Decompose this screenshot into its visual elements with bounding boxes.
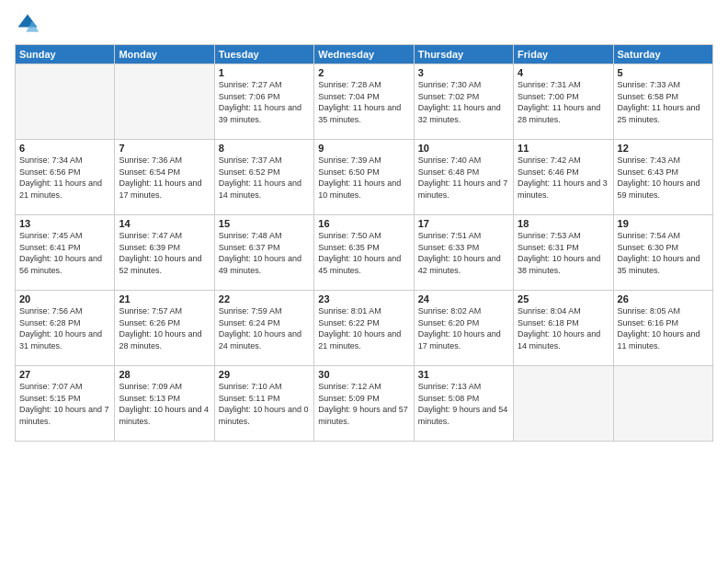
day-number: 19: [618, 218, 709, 229]
calendar-cell: 9Sunrise: 7:39 AM Sunset: 6:50 PM Daylig…: [314, 140, 414, 215]
calendar-cell: 21Sunrise: 7:57 AM Sunset: 6:26 PM Dayli…: [115, 291, 214, 366]
day-number: 22: [219, 293, 310, 304]
day-info: Sunrise: 7:33 AM Sunset: 6:58 PM Dayligh…: [618, 79, 709, 125]
day-info: Sunrise: 7:54 AM Sunset: 6:30 PM Dayligh…: [618, 230, 709, 276]
calendar-cell: 2Sunrise: 7:28 AM Sunset: 7:04 PM Daylig…: [314, 64, 414, 140]
day-info: Sunrise: 7:07 AM Sunset: 5:15 PM Dayligh…: [19, 381, 110, 427]
day-number: 20: [19, 293, 110, 304]
day-number: 14: [119, 218, 210, 229]
calendar-cell: 6Sunrise: 7:34 AM Sunset: 6:56 PM Daylig…: [16, 140, 115, 215]
day-number: 5: [618, 67, 709, 78]
day-number: 21: [119, 293, 210, 304]
day-info: Sunrise: 7:39 AM Sunset: 6:50 PM Dayligh…: [318, 155, 409, 201]
calendar-header-tuesday: Tuesday: [214, 45, 313, 64]
calendar-week-3: 20Sunrise: 7:56 AM Sunset: 6:28 PM Dayli…: [16, 291, 713, 366]
calendar-cell: 20Sunrise: 7:56 AM Sunset: 6:28 PM Dayli…: [16, 291, 115, 366]
day-info: Sunrise: 7:27 AM Sunset: 7:06 PM Dayligh…: [219, 79, 310, 125]
page: SundayMondayTuesdayWednesdayThursdayFrid…: [0, 0, 728, 563]
calendar-week-0: 1Sunrise: 7:27 AM Sunset: 7:06 PM Daylig…: [16, 64, 713, 140]
day-info: Sunrise: 7:56 AM Sunset: 6:28 PM Dayligh…: [19, 305, 110, 351]
day-number: 25: [518, 293, 609, 304]
calendar-header-sunday: Sunday: [16, 45, 115, 64]
calendar-cell: 3Sunrise: 7:30 AM Sunset: 7:02 PM Daylig…: [414, 64, 513, 140]
calendar-cell: 12Sunrise: 7:43 AM Sunset: 6:43 PM Dayli…: [613, 140, 712, 215]
day-info: Sunrise: 7:34 AM Sunset: 6:56 PM Dayligh…: [19, 155, 110, 201]
day-number: 23: [318, 293, 409, 304]
calendar-header-row: SundayMondayTuesdayWednesdayThursdayFrid…: [16, 45, 713, 64]
day-number: 13: [19, 218, 110, 229]
calendar-cell: [115, 64, 214, 140]
calendar-cell: 19Sunrise: 7:54 AM Sunset: 6:30 PM Dayli…: [613, 215, 712, 291]
calendar-cell: 23Sunrise: 8:01 AM Sunset: 6:22 PM Dayli…: [314, 291, 414, 366]
calendar-cell: 16Sunrise: 7:50 AM Sunset: 6:35 PM Dayli…: [314, 215, 414, 291]
day-info: Sunrise: 7:59 AM Sunset: 6:24 PM Dayligh…: [219, 305, 310, 351]
day-number: 2: [318, 67, 409, 78]
day-number: 17: [418, 218, 509, 229]
day-number: 11: [518, 143, 609, 154]
calendar-cell: 7Sunrise: 7:36 AM Sunset: 6:54 PM Daylig…: [115, 140, 214, 215]
calendar-header-saturday: Saturday: [613, 45, 712, 64]
calendar-cell: 8Sunrise: 7:37 AM Sunset: 6:52 PM Daylig…: [214, 140, 313, 215]
calendar-cell: 15Sunrise: 7:48 AM Sunset: 6:37 PM Dayli…: [214, 215, 313, 291]
day-info: Sunrise: 8:05 AM Sunset: 6:16 PM Dayligh…: [618, 305, 709, 351]
day-number: 18: [518, 218, 609, 229]
logo-icon: [15, 11, 40, 37]
calendar-cell: 31Sunrise: 7:13 AM Sunset: 5:08 PM Dayli…: [414, 366, 513, 442]
calendar-cell: 13Sunrise: 7:45 AM Sunset: 6:41 PM Dayli…: [16, 215, 115, 291]
calendar-cell: 1Sunrise: 7:27 AM Sunset: 7:06 PM Daylig…: [214, 64, 313, 140]
day-number: 27: [19, 369, 110, 380]
calendar-cell: [613, 366, 712, 442]
day-info: Sunrise: 8:01 AM Sunset: 6:22 PM Dayligh…: [318, 305, 409, 351]
day-number: 30: [318, 369, 409, 380]
day-number: 24: [418, 293, 509, 304]
day-info: Sunrise: 8:04 AM Sunset: 6:18 PM Dayligh…: [518, 305, 609, 351]
calendar-header-wednesday: Wednesday: [314, 45, 414, 64]
calendar-cell: [514, 366, 613, 442]
day-number: 28: [119, 369, 210, 380]
calendar-cell: 18Sunrise: 7:53 AM Sunset: 6:31 PM Dayli…: [514, 215, 613, 291]
day-info: Sunrise: 7:37 AM Sunset: 6:52 PM Dayligh…: [219, 155, 310, 201]
calendar-cell: 14Sunrise: 7:47 AM Sunset: 6:39 PM Dayli…: [115, 215, 214, 291]
day-info: Sunrise: 7:40 AM Sunset: 6:48 PM Dayligh…: [418, 155, 509, 201]
calendar-cell: 26Sunrise: 8:05 AM Sunset: 6:16 PM Dayli…: [613, 291, 712, 366]
day-info: Sunrise: 7:50 AM Sunset: 6:35 PM Dayligh…: [318, 230, 409, 276]
day-number: 26: [618, 293, 709, 304]
calendar-cell: 30Sunrise: 7:12 AM Sunset: 5:09 PM Dayli…: [314, 366, 414, 442]
calendar-header-friday: Friday: [514, 45, 613, 64]
day-number: 3: [418, 67, 509, 78]
day-number: 8: [219, 143, 310, 154]
calendar-cell: 11Sunrise: 7:42 AM Sunset: 6:46 PM Dayli…: [514, 140, 613, 215]
day-info: Sunrise: 7:43 AM Sunset: 6:43 PM Dayligh…: [618, 155, 709, 201]
day-number: 12: [618, 143, 709, 154]
day-info: Sunrise: 7:12 AM Sunset: 5:09 PM Dayligh…: [318, 381, 409, 427]
header: [15, 11, 713, 37]
day-number: 6: [19, 143, 110, 154]
logo: [15, 11, 44, 37]
calendar-week-2: 13Sunrise: 7:45 AM Sunset: 6:41 PM Dayli…: [16, 215, 713, 291]
day-info: Sunrise: 8:02 AM Sunset: 6:20 PM Dayligh…: [418, 305, 509, 351]
day-info: Sunrise: 7:09 AM Sunset: 5:13 PM Dayligh…: [119, 381, 210, 427]
calendar-cell: 25Sunrise: 8:04 AM Sunset: 6:18 PM Dayli…: [514, 291, 613, 366]
day-number: 4: [518, 67, 609, 78]
day-info: Sunrise: 7:13 AM Sunset: 5:08 PM Dayligh…: [418, 381, 509, 427]
calendar-cell: 17Sunrise: 7:51 AM Sunset: 6:33 PM Dayli…: [414, 215, 513, 291]
calendar-cell: 29Sunrise: 7:10 AM Sunset: 5:11 PM Dayli…: [214, 366, 313, 442]
calendar-header-thursday: Thursday: [414, 45, 513, 64]
day-info: Sunrise: 7:36 AM Sunset: 6:54 PM Dayligh…: [119, 155, 210, 201]
day-info: Sunrise: 7:47 AM Sunset: 6:39 PM Dayligh…: [119, 230, 210, 276]
day-info: Sunrise: 7:30 AM Sunset: 7:02 PM Dayligh…: [418, 79, 509, 125]
day-number: 7: [119, 143, 210, 154]
day-number: 29: [219, 369, 310, 380]
day-number: 31: [418, 369, 509, 380]
calendar: SundayMondayTuesdayWednesdayThursdayFrid…: [15, 44, 713, 442]
day-number: 16: [318, 218, 409, 229]
calendar-cell: 10Sunrise: 7:40 AM Sunset: 6:48 PM Dayli…: [414, 140, 513, 215]
day-number: 9: [318, 143, 409, 154]
day-info: Sunrise: 7:42 AM Sunset: 6:46 PM Dayligh…: [518, 155, 609, 201]
day-info: Sunrise: 7:53 AM Sunset: 6:31 PM Dayligh…: [518, 230, 609, 276]
day-number: 1: [219, 67, 310, 78]
calendar-cell: 24Sunrise: 8:02 AM Sunset: 6:20 PM Dayli…: [414, 291, 513, 366]
day-info: Sunrise: 7:51 AM Sunset: 6:33 PM Dayligh…: [418, 230, 509, 276]
day-info: Sunrise: 7:10 AM Sunset: 5:11 PM Dayligh…: [219, 381, 310, 427]
day-info: Sunrise: 7:48 AM Sunset: 6:37 PM Dayligh…: [219, 230, 310, 276]
